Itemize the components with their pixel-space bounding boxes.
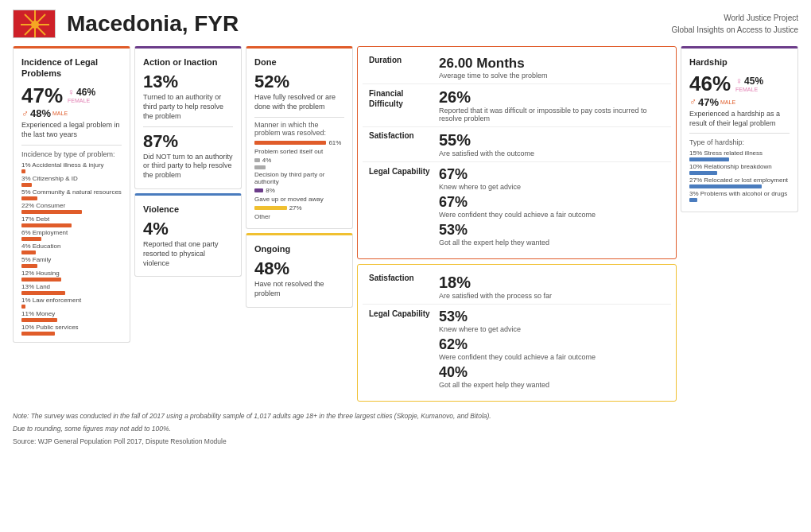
satisfaction-resolved-label: Satisfaction <box>369 131 433 140</box>
hardship-bar-item: 27% Relocated or lost employment <box>689 177 790 188</box>
done-pct: 52% <box>254 72 344 91</box>
hardship-pct: 46% <box>689 72 731 95</box>
manner-bars: 61% Problem sorted itself out 4% Decisio… <box>254 139 344 220</box>
satisfaction-ongoing-block: Satisfaction 18% Are satisfied with the … <box>363 270 671 305</box>
manner-bar-4: 8% <box>254 187 344 194</box>
violence-title: Violence <box>143 204 233 215</box>
footer-note1: Note: The survey was conducted in the fa… <box>13 411 798 421</box>
satisfaction-ongoing-pct: 18% <box>439 274 552 292</box>
duration-desc: Average time to solve the problem <box>439 72 547 80</box>
incidence-bar-item: 13% Land <box>21 283 122 295</box>
action-title: Action or Inaction <box>143 56 233 68</box>
subtitle-line1: World Justice Project <box>671 12 798 24</box>
financial-pct: 26% <box>439 88 665 107</box>
card-done: Done 52% Have fully resolved or are done… <box>246 46 353 229</box>
lc-ongoing-item: 40% Got all the expert help they wanted <box>439 364 596 389</box>
lc-ongoing-item: 53% Knew where to get advice <box>439 309 596 333</box>
main-layout: Incidence of Legal Problems 47% ♀ 46% FE… <box>13 46 798 402</box>
ongoing-section: Satisfaction 18% Are satisfied with the … <box>357 264 677 402</box>
financial-label: Financial Difficulty <box>369 88 433 109</box>
action-pct1: 13% <box>143 72 233 91</box>
financial-block: Financial Difficulty 26% Reported that i… <box>363 84 671 127</box>
financial-desc: Reported that it was difficult or imposs… <box>439 107 665 122</box>
manner-bar-1: 61% <box>254 139 344 146</box>
action-desc2: Did NOT turn to an authority or third pa… <box>143 153 233 181</box>
incidence-bar-item: 11% Money <box>21 310 122 322</box>
ongoing-pct: 48% <box>254 259 344 278</box>
legal-problems-title: Incidence of Legal Problems <box>21 56 122 80</box>
incidence-bar-item: 3% Citizenship & ID <box>21 175 122 187</box>
incidence-bar-item: 5% Community & natural resources <box>21 188 122 200</box>
done-ongoing-cols: Done 52% Have fully resolved or are done… <box>246 46 353 402</box>
header-subtitle: World Justice Project Global Insights on… <box>671 12 798 36</box>
violence-desc: Reported that one party resorted to phys… <box>143 240 233 268</box>
hardship-female-label: FEMALE <box>735 87 763 92</box>
hardship-desc: Experienced a hardship as a result of th… <box>689 110 790 128</box>
footer: Note: The survey was conducted in the fa… <box>13 411 798 446</box>
manner-label-3: Decision by third party or authority <box>254 171 344 185</box>
satisfaction-resolved-block: Satisfaction 55% Are satisfied with the … <box>363 127 671 162</box>
legal-capability-resolved-block: Legal Capability 67% Knew where to get a… <box>363 162 671 254</box>
col-hardship: Hardship 46% ♀ 45% FEMALE ♂ 47% MALE <box>681 46 798 402</box>
hardship-bar-item: 10% Relationship breakdown <box>689 163 790 175</box>
duration-value: 26.00 Months <box>439 56 547 72</box>
legal-capability-ongoing-block: Legal Capability 53% Knew where to get a… <box>363 305 671 396</box>
incidence-bar-item: 17% Debt <box>21 216 122 227</box>
female-label: FEMALE <box>68 98 95 103</box>
svg-point-5 <box>31 21 39 29</box>
duration-label: Duration <box>369 56 433 64</box>
legal-capability-ongoing-items: 53% Knew where to get advice62% Were con… <box>439 309 596 392</box>
hardship-male-pct: 47% <box>698 96 719 108</box>
incidence-bar-item: 5% Family <box>21 256 122 268</box>
satisfaction-resolved-desc: Are satisfied with the outcome <box>439 150 534 157</box>
ongoing-desc: Have not resolved the problem <box>254 280 344 298</box>
header: Macedonia, FYR World Justice Project Glo… <box>13 10 798 38</box>
manner-bar-3 <box>254 165 344 169</box>
incidence-bars: 1% Accidental illness & injury 3% Citize… <box>21 161 122 336</box>
action-pct2: 87% <box>143 132 233 151</box>
manner-bar-2: 4% <box>254 157 344 164</box>
incidence-bar-item: 1% Law enforcement <box>21 297 122 309</box>
center-data: Duration 26.00 Months Average time to so… <box>357 46 677 402</box>
card-violence: Violence 4% Reported that one party reso… <box>134 193 242 278</box>
male-icon: ♂ <box>21 108 29 119</box>
resolved-section: Duration 26.00 Months Average time to so… <box>357 46 677 259</box>
ongoing-title: Ongoing <box>254 243 344 254</box>
legal-capability-resolved-items: 67% Knew where to get advice67% Were con… <box>439 166 596 250</box>
satisfaction-resolved-pct: 55% <box>439 131 534 150</box>
female-icon: ♀ <box>68 87 75 98</box>
done-title: Done <box>254 56 344 68</box>
manner-label-1: Problem sorted itself out <box>254 148 344 155</box>
incidence-bar-item: 10% Public services <box>21 324 122 336</box>
manner-bar-orange <box>254 141 326 145</box>
legal-capability-resolved-label: Legal Capability <box>369 166 433 177</box>
satisfaction-ongoing-label: Satisfaction <box>369 274 433 282</box>
satisfaction-ongoing-desc: Are satisfied with the process so far <box>439 292 552 300</box>
card-legal-problems: Incidence of Legal Problems 47% ♀ 46% FE… <box>13 46 130 343</box>
hardship-bars: 15% Stress related illness 10% Relations… <box>689 150 790 202</box>
incidence-bar-item: 12% Housing <box>21 270 122 282</box>
manner-label-4: Gave up or moved away <box>254 196 344 203</box>
hardship-male-label: MALE <box>720 99 735 105</box>
legal-capability-ongoing-label: Legal Capability <box>369 309 433 319</box>
duration-block: Duration 26.00 Months Average time to so… <box>363 52 671 84</box>
subtitle-line2: Global Insights on Access to Justice <box>671 24 798 36</box>
legal-problems-pct: 47% <box>21 84 63 107</box>
hardship-male-icon: ♂ <box>689 96 697 107</box>
legal-problems-desc: Experienced a legal problem in the last … <box>21 121 122 139</box>
lc-resolved-item: 53% Got all the expert help they wanted <box>439 222 596 247</box>
header-left: Macedonia, FYR <box>13 10 239 38</box>
manner-bar-5: 27% <box>254 204 344 212</box>
manner-label-5: Other <box>254 213 344 220</box>
incidence-bar-item: 4% Education <box>21 243 122 254</box>
hardship-bar-item: 3% Problems with alcohol or drugs <box>689 190 790 202</box>
lc-resolved-item: 67% Were confident they could achieve a … <box>439 194 596 219</box>
hardship-bar-item: 15% Stress related illness <box>689 150 790 161</box>
hardship-type-title: Type of hardship: <box>689 138 790 146</box>
col-legal-problems: Incidence of Legal Problems 47% ♀ 46% FE… <box>13 46 130 402</box>
violence-pct: 4% <box>143 219 233 239</box>
footer-note2: Due to rounding, some figures may not ad… <box>13 424 798 434</box>
done-desc: Have fully resolved or are done with the… <box>254 93 344 111</box>
male-label: MALE <box>52 111 68 116</box>
flag-icon <box>13 10 56 38</box>
